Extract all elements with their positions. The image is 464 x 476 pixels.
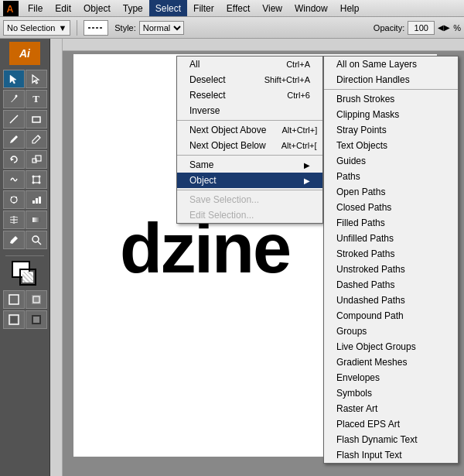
tool-row-screen <box>3 310 47 329</box>
svg-point-14 <box>11 197 12 198</box>
menu-edit[interactable]: Edit <box>49 0 77 16</box>
free-transform-tool[interactable] <box>26 170 47 189</box>
svg-point-16 <box>13 202 15 204</box>
submenu-symbols[interactable]: Symbols <box>324 385 458 401</box>
svg-line-3 <box>10 115 18 123</box>
zoom-tool[interactable] <box>26 231 47 249</box>
menu-item-next-above[interactable]: Next Object Above Alt+Ctrl+] <box>177 122 322 138</box>
canvas-area: dzine All Ctrl+A Deselect Shift+Ctrl+A R… <box>50 39 464 476</box>
stroke-box[interactable] <box>19 269 36 286</box>
menu-effect[interactable]: Effect <box>220 0 256 16</box>
pen-tool[interactable] <box>3 90 25 108</box>
selection-dropdown[interactable]: No Selection ▼ <box>3 20 70 36</box>
menu-file[interactable]: File <box>22 0 49 16</box>
scale-tool[interactable] <box>26 150 47 169</box>
submenu-brush-strokes[interactable]: Brush Strokes <box>324 91 458 107</box>
submenu-direction-handles[interactable]: Direction Handles <box>324 72 458 87</box>
svg-point-10 <box>38 176 40 178</box>
submenu-closed-paths[interactable]: Closed Paths <box>324 200 458 215</box>
submenu-unstroked-paths[interactable]: Unstroked Paths <box>324 262 458 277</box>
ruler-vertical <box>50 39 63 476</box>
svg-point-2 <box>15 95 17 98</box>
rect-tool[interactable] <box>26 110 47 128</box>
menu-item-inverse[interactable]: Inverse <box>177 103 322 118</box>
opacity-label: Opacity: <box>374 23 404 33</box>
type-tool[interactable]: T <box>26 90 47 108</box>
rotate-tool[interactable] <box>3 150 25 169</box>
main-area: Ai T <box>0 39 464 476</box>
submenu-text-objects[interactable]: Text Objects <box>324 138 458 153</box>
draw-behind-mode[interactable] <box>26 290 47 309</box>
select-menu: All Ctrl+A Deselect Shift+Ctrl+A Reselec… <box>176 56 323 224</box>
svg-point-15 <box>15 197 17 198</box>
submenu-flash-input-text[interactable]: Flash Input Text <box>324 447 458 463</box>
svg-rect-19 <box>39 197 41 204</box>
menu-item-deselect[interactable]: Deselect Shift+Ctrl+A <box>177 72 322 87</box>
separator-2 <box>177 155 322 156</box>
submenu-open-paths[interactable]: Open Paths <box>324 184 458 200</box>
style-label: Style: <box>114 23 136 33</box>
menu-object[interactable]: Object <box>77 0 117 16</box>
menu-item-same[interactable]: Same ▶ <box>177 157 322 173</box>
fill-stroke-area <box>5 261 44 289</box>
screen-mode-normal[interactable] <box>3 310 25 329</box>
line-tool[interactable] <box>3 110 25 128</box>
submenu-filled-paths[interactable]: Filled Paths <box>324 215 458 231</box>
menu-window[interactable]: Window <box>288 0 334 16</box>
menu-help[interactable]: Help <box>334 0 366 16</box>
submenu-envelopes[interactable]: Envelopes <box>324 370 458 385</box>
menu-item-object[interactable]: Object ▶ <box>177 173 322 188</box>
submenu-unfilled-paths[interactable]: Unfilled Paths <box>324 231 458 246</box>
separator-3 <box>177 190 322 190</box>
svg-rect-29 <box>11 317 17 323</box>
submenu-flash-dynamic-text[interactable]: Flash Dynamic Text <box>324 432 458 447</box>
svg-rect-4 <box>32 117 40 122</box>
svg-line-24 <box>38 241 41 245</box>
submenu-clipping-masks[interactable]: Clipping Masks <box>324 107 458 122</box>
submenu-dashed-paths[interactable]: Dashed Paths <box>324 277 458 293</box>
submenu-placed-eps-art[interactable]: Placed EPS Art <box>324 416 458 432</box>
submenu-stroked-paths[interactable]: Stroked Paths <box>324 246 458 262</box>
screen-mode-full[interactable] <box>26 310 47 329</box>
submenu-live-object-groups[interactable]: Live Object Groups <box>324 339 458 354</box>
tool-row-8 <box>3 211 47 229</box>
selection-tool[interactable] <box>3 70 25 88</box>
menu-item-next-below[interactable]: Next Object Below Alt+Ctrl+[ <box>177 138 322 153</box>
toolbar: No Selection ▼ Style: Normal Opacity: 10… <box>0 17 464 39</box>
menu-item-edit-selection: Edit Selection... <box>177 207 322 223</box>
menu-type[interactable]: Type <box>117 0 149 16</box>
svg-rect-25 <box>9 295 19 304</box>
menu-item-all[interactable]: All Ctrl+A <box>177 57 322 72</box>
submenu-raster-art[interactable]: Raster Art <box>324 401 458 416</box>
submenu-gradient-meshes[interactable]: Gradient Meshes <box>324 354 458 370</box>
submenu-undashed-paths[interactable]: Undashed Paths <box>324 293 458 308</box>
warp-tool[interactable] <box>3 170 25 189</box>
draw-normal-mode[interactable] <box>3 290 25 309</box>
paintbrush-tool[interactable] <box>3 130 25 149</box>
submenu-compound-path[interactable]: Compound Path <box>324 308 458 324</box>
submenu-groups[interactable]: Groups <box>324 324 458 339</box>
svg-point-9 <box>32 176 34 178</box>
svg-rect-17 <box>32 200 35 204</box>
submenu-stray-points[interactable]: Stray Points <box>324 122 458 138</box>
gradient-tool[interactable] <box>26 211 47 229</box>
menu-view[interactable]: View <box>256 0 288 16</box>
menu-item-reselect[interactable]: Reselect Ctrl+6 <box>177 87 322 103</box>
eyedropper-tool[interactable] <box>3 231 25 249</box>
menu-select[interactable]: Select <box>149 0 187 16</box>
obj-separator-1 <box>324 89 458 90</box>
opacity-input[interactable]: 100 <box>408 21 435 35</box>
submenu-paths[interactable]: Paths <box>324 169 458 184</box>
opacity-arrows[interactable]: ◀▶ <box>438 23 450 32</box>
tool-row-7 <box>3 190 47 209</box>
mesh-tool[interactable] <box>3 211 25 229</box>
submenu-all-same-layers[interactable]: All on Same Layers <box>324 57 458 72</box>
submenu-guides[interactable]: Guides <box>324 153 458 169</box>
style-dropdown[interactable]: Normal <box>139 21 184 35</box>
direct-selection-tool[interactable] <box>26 70 47 88</box>
svg-rect-8 <box>33 176 39 183</box>
pencil-tool[interactable] <box>26 130 47 149</box>
symbol-sprayer-tool[interactable] <box>3 190 25 209</box>
menu-filter[interactable]: Filter <box>187 0 220 16</box>
column-graph-tool[interactable] <box>26 190 47 209</box>
